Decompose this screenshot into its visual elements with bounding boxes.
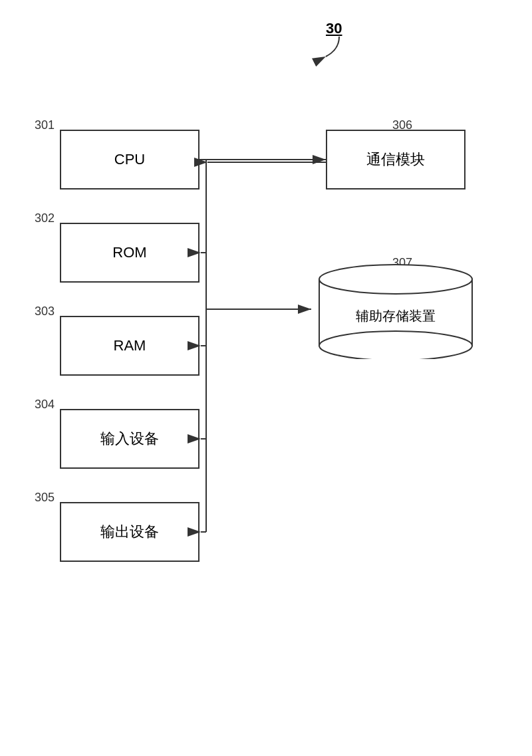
- storage-label: 辅助存储装置: [356, 307, 436, 325]
- cpu-box: CPU: [60, 130, 200, 189]
- storage-cylinder: 辅助存储装置: [313, 259, 479, 359]
- output-box: 输出设备: [60, 502, 200, 562]
- label-302: 302: [35, 211, 55, 225]
- rom-label: ROM: [112, 244, 146, 261]
- diagram-number: 30: [326, 20, 342, 37]
- label-305: 305: [35, 491, 55, 505]
- label-301: 301: [35, 118, 55, 132]
- ram-label: RAM: [114, 337, 146, 354]
- comm-box: 通信模块: [326, 130, 466, 189]
- diagram-container: 30 301 302 303 304 305 306 307 CPU ROM R…: [0, 0, 532, 756]
- label-303: 303: [35, 305, 55, 318]
- svg-point-1: [319, 331, 472, 359]
- output-label: 输出设备: [100, 522, 159, 542]
- comm-label: 通信模块: [366, 150, 425, 170]
- input-label: 输入设备: [100, 429, 159, 449]
- input-box: 输入设备: [60, 409, 200, 469]
- label-304: 304: [35, 398, 55, 412]
- cpu-label: CPU: [114, 151, 145, 168]
- arrows-svg: [0, 0, 532, 756]
- svg-point-2: [319, 265, 472, 294]
- rom-box: ROM: [60, 223, 200, 283]
- ram-box: RAM: [60, 316, 200, 376]
